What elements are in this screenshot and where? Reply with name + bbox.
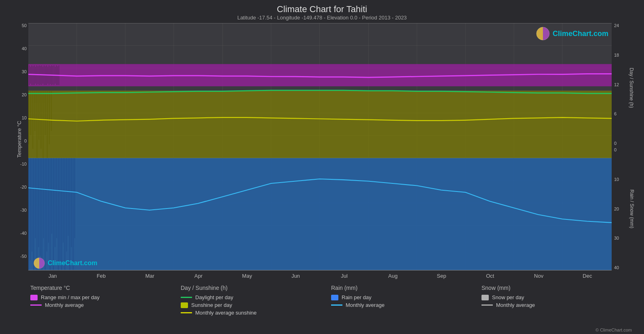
chart-area: 50 40 30 20 10 0 -10 -20 -30 -40 -50 Tem… [8,23,636,281]
right-tick-40: 40 [614,265,636,270]
tick-20: 20 [22,92,27,97]
legend-temp-title: Temperature °C [30,285,181,291]
svg-rect-45 [59,158,60,260]
legend-sunshine-avg: Monthly average sunshine [181,310,331,316]
tick-50: 50 [22,23,27,28]
legend-temp-avg: Monthly average [30,302,181,308]
svg-rect-53 [73,158,74,270]
x-jun: Jun [271,273,320,279]
snow-avg-line [481,304,493,306]
svg-rect-49 [66,158,67,251]
right-tick-18: 18 [614,53,636,57]
legend-daylight-label: Daylight per day [195,294,233,300]
svg-rect-34 [42,158,42,270]
temp-range-swatch [30,295,38,300]
temp-avg-line [30,304,42,306]
svg-rect-42 [55,158,55,247]
svg-rect-29 [33,158,34,270]
legend-snow-avg-label: Monthly average [496,302,535,308]
x-apr: Apr [174,273,223,279]
logo-icon-bottom [33,257,45,269]
svg-rect-66 [49,91,50,144]
svg-rect-75 [36,66,37,85]
tick-30: 30 [22,69,27,74]
svg-rect-61 [38,91,39,140]
x-jul: Jul [320,273,369,279]
right-axis-label-rain: Rain / Snow (mm) [629,189,635,228]
tick-40: 40 [22,46,27,51]
x-mar: Mar [126,273,174,279]
svg-rect-35 [43,158,44,238]
x-nov: Nov [515,273,563,279]
svg-rect-74 [35,67,36,84]
x-dec: Dec [563,273,612,279]
main-title: Climate Chart for Tahiti [8,4,636,15]
tick-m30: -30 [20,208,27,213]
logo-top-right: ClimeChart.com [536,26,608,41]
tick-0: 0 [24,138,27,143]
svg-rect-60 [36,91,37,158]
legend-daylight: Daylight per day [181,294,331,300]
legend-rain-avg: Monthly average [331,302,481,308]
x-may: May [223,273,271,279]
x-jan: Jan [28,273,77,279]
daylight-line [181,297,192,298]
legend-temperature: Temperature °C Range min / max per day M… [30,285,181,332]
subtitle: Latitude -17.54 - Longitude -149.478 - E… [8,15,636,21]
svg-rect-32 [38,158,39,247]
x-aug: Aug [369,273,417,279]
svg-rect-27 [30,158,31,260]
svg-rect-70 [30,67,31,84]
legend-sunshine: Day / Sunshine (h) Daylight per day Suns… [181,285,331,332]
svg-rect-65 [47,91,48,158]
svg-rect-51 [70,158,70,270]
chart-svg [28,23,612,281]
svg-rect-36 [45,158,46,270]
left-axis-label: Temperature °C [16,121,22,158]
x-oct: Oct [466,273,514,279]
svg-rect-59 [34,91,35,131]
svg-rect-28 [32,158,32,251]
right-tick-24: 24 [614,23,636,28]
tick-10: 10 [22,115,27,120]
page-wrapper: Climate Chart for Tahiti Latitude -17.54… [0,0,644,334]
legend-temp-avg-label: Monthly average [45,302,84,308]
sunshine-swatch [181,302,188,308]
sunshine-avg-line [181,312,192,313]
legend-rain: Rain (mm) Rain per day Monthly average [331,285,481,332]
right-tick-0-bot: 0 [614,147,636,152]
legend-temp-range: Range min / max per day [30,294,181,300]
right-tick-6: 6 [614,111,636,116]
legend-rain-title: Rain (mm) [331,285,481,291]
svg-rect-31 [36,158,37,270]
right-tick-10: 10 [614,177,636,182]
legend-sunshine-avg-label: Monthly average sunshine [195,310,257,316]
svg-rect-43 [56,158,57,238]
x-feb: Feb [77,273,125,279]
legend-snow-swatch: Snow per day [481,294,632,300]
x-axis-labels: Jan Feb Mar Apr May Jun Jul Aug Sep Oct … [28,270,612,281]
svg-rect-40 [51,158,52,234]
svg-rect-26 [28,158,29,270]
svg-rect-52 [71,158,72,247]
svg-rect-71 [32,66,32,85]
legend-rain-label: Rain per day [342,294,372,300]
logo-text-top: ClimeChart.com [553,30,608,38]
svg-rect-67 [51,91,52,131]
svg-rect-82 [45,66,46,85]
svg-rect-50 [68,158,69,236]
legend-snow: Snow (mm) Snow per day Monthly average ©… [481,285,632,332]
svg-rect-44 [58,158,59,270]
svg-rect-41 [53,158,54,270]
title-section: Climate Chart for Tahiti Latitude -17.54… [8,4,636,21]
svg-rect-47 [63,158,63,243]
svg-rect-54 [74,158,75,238]
svg-rect-72 [33,66,33,85]
legend-sunshine-label: Sunshine per day [191,302,232,308]
rain-swatch [331,295,338,300]
copyright: © ClimeChart.com [481,328,632,332]
logo-icon-top [536,26,550,41]
legend-temp-range-label: Range min / max per day [41,294,99,300]
legend-snow-label: Snow per day [492,294,524,300]
legend-snow-title: Snow (mm) [481,285,632,291]
